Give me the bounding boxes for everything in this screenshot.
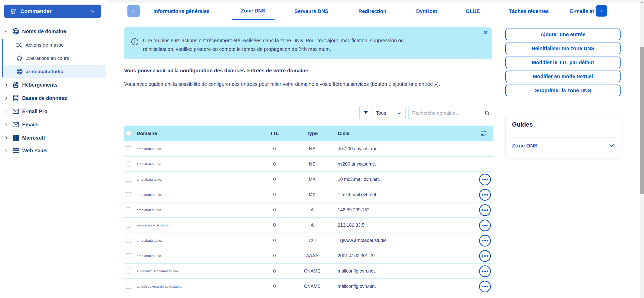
cell-type: TXT <box>300 238 324 243</box>
banner-close-button[interactable]: ✕ <box>483 29 488 35</box>
chevron-down-icon <box>397 111 401 115</box>
sidebar-item-noms-de-domaine[interactable]: Noms de domaine <box>0 25 106 38</box>
delete-zone-button[interactable]: Supprimer la zone DNS <box>505 85 621 96</box>
sidebar: Commander Noms de domaine Actions de mas… <box>0 0 106 298</box>
sidebar-item-microsoft[interactable]: Microsoft <box>0 131 106 144</box>
cell-ttl: 0 <box>266 146 283 152</box>
tab-redirection[interactable]: Redirection <box>358 3 386 20</box>
row-actions-button[interactable] <box>479 204 491 216</box>
sidebar-item-label: Hébergements <box>22 82 58 88</box>
chevron-left-icon <box>131 9 136 13</box>
cell-domain: arnolabat.studio. <box>137 162 162 166</box>
filter-button[interactable] <box>360 107 372 119</box>
cell-type: NS <box>300 146 324 152</box>
tab-taches-recentes[interactable]: Tâches récentes <box>509 3 549 20</box>
tab-emails-et[interactable]: E-mails et <box>570 3 594 20</box>
sidebar-item-label: Actions de masse <box>25 42 64 48</box>
tabs-scroll-right-button[interactable] <box>596 5 607 17</box>
cell-target: 146.59.209.152 <box>338 207 370 213</box>
bulk-actions-icon <box>16 42 23 49</box>
banner-line2: réinitialisation, veuillez prendre en co… <box>143 45 404 53</box>
edit-ttl-button[interactable]: Modifier le TTL par défaut <box>505 57 621 68</box>
table-row: autodiscover.arnolabat.studio. 0 CNAME m… <box>124 279 493 294</box>
chevron-right-icon <box>4 109 8 114</box>
sidebar-item-label: Emails <box>22 122 38 128</box>
sidebar-item-email-pro[interactable]: E-mail Pro <box>0 105 106 118</box>
cell-domain: www.arnolabat.studio. <box>137 223 170 227</box>
cell-target: mailconfig.ovh.net. <box>338 268 376 274</box>
row-actions-button[interactable] <box>479 174 491 185</box>
edit-text-mode-button[interactable]: Modifier en mode textuel <box>505 71 621 82</box>
sidebar-item-hebergements[interactable]: Hébergements <box>0 78 106 91</box>
cart-icon <box>10 8 17 15</box>
row-checkbox[interactable] <box>126 162 131 167</box>
tab-informations-generales[interactable]: Informations générales <box>153 3 209 20</box>
row-actions-button[interactable] <box>479 235 491 247</box>
search-input[interactable] <box>409 110 481 116</box>
sidebar-item-label: Microsoft <box>22 135 45 141</box>
commander-button[interactable]: Commander <box>4 5 101 18</box>
row-actions-button[interactable] <box>479 189 491 201</box>
chevron-down-icon <box>90 9 95 14</box>
cell-target: 1 mx4.mail.ovh.net. <box>338 192 377 197</box>
add-entry-button[interactable]: Ajouter une entrée <box>505 29 621 40</box>
row-checkbox[interactable] <box>126 269 131 274</box>
sidebar-item-emails[interactable]: Emails <box>0 118 106 131</box>
type-filter-select[interactable]: Tous <box>372 107 405 119</box>
tab-bar: Informations générales Zone DNS Serveurs… <box>107 3 640 20</box>
cell-domain: arnolabat.studio. <box>137 193 162 197</box>
row-checkbox[interactable] <box>126 284 131 289</box>
row-checkbox[interactable] <box>126 238 131 243</box>
refresh-button[interactable] <box>480 130 487 137</box>
ellipsis-icon <box>482 209 483 211</box>
row-actions-button[interactable] <box>479 250 491 262</box>
row-checkbox[interactable] <box>126 208 131 212</box>
scroll-up-arrow[interactable] <box>640 1 643 4</box>
tabs-scroll-left-button[interactable] <box>127 5 140 17</box>
globe-icon <box>12 28 20 35</box>
chevron-right-icon <box>4 96 8 100</box>
tab-serveurs-dns[interactable]: Serveurs DNS <box>294 3 328 20</box>
row-checkbox[interactable] <box>126 253 131 258</box>
row-actions-button[interactable] <box>479 265 491 277</box>
sidebar-item-bases-de-donnees[interactable]: Bases de données <box>0 91 106 105</box>
guides-title: Guides <box>512 121 533 128</box>
row-actions-button[interactable] <box>479 281 491 292</box>
reset-zone-button[interactable]: Réinitialiser ma zone DNS <box>505 43 621 54</box>
row-actions-button[interactable] <box>479 220 491 231</box>
scrollbar-thumb[interactable] <box>640 47 644 194</box>
row-checkbox[interactable] <box>126 177 131 182</box>
table-row: arnolabat.studio. 0 NS dns200.anycast.me… <box>124 141 493 157</box>
row-checkbox[interactable] <box>126 223 131 228</box>
search-button[interactable] <box>481 107 493 119</box>
tab-glue[interactable]: GLUE <box>466 3 480 20</box>
cell-target: "1|www.arnolabat.studio" <box>338 238 388 243</box>
chevron-right-icon <box>4 123 8 127</box>
select-all-checkbox[interactable] <box>126 131 131 136</box>
scrollbar[interactable] <box>640 0 644 298</box>
tab-dynhost[interactable]: DynHost <box>416 3 437 20</box>
sidebar-item-arnolabat-studio[interactable]: arnolabat.studio <box>3 65 106 78</box>
cell-type: A <box>300 223 324 228</box>
row-checkbox[interactable] <box>126 192 131 197</box>
cell-type: NS <box>300 161 324 167</box>
ellipsis-icon <box>484 225 486 226</box>
sidebar-item-label: arnolabat.studio <box>26 69 63 74</box>
banner-text: Une ou plusieurs actions ont récemment é… <box>143 36 404 53</box>
sidebar-item-actions-de-masse[interactable]: Actions de masse <box>0 38 106 52</box>
sidebar-item-label: Noms de domaine <box>22 29 66 34</box>
commander-label: Commander <box>20 8 52 14</box>
ellipsis-icon <box>487 255 488 257</box>
sidebar-item-operations-en-cours[interactable]: Opérations en cours <box>0 52 106 65</box>
ellipsis-icon <box>487 225 488 226</box>
layers-icon <box>12 147 20 154</box>
sidebar-item-web-paas[interactable]: Web PaaS <box>0 144 106 157</box>
dns-propagation-banner: Une ou plusieurs actions ont récemment é… <box>124 27 492 59</box>
guide-link-zone-dns[interactable]: Zone DNS <box>512 138 615 154</box>
cell-type: CNAME <box>300 268 324 274</box>
table-row: arnolabat.studio. 0 TXT "1|www.arnolabat… <box>124 233 493 248</box>
envelope-icon <box>12 121 20 128</box>
row-checkbox[interactable] <box>126 146 131 151</box>
tab-zone-dns[interactable]: Zone DNS <box>232 3 274 20</box>
ellipsis-icon <box>487 179 488 180</box>
